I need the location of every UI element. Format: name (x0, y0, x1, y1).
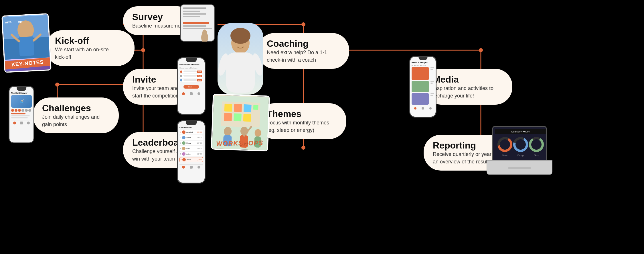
svg-rect-54 (234, 113, 242, 121)
themes-card: Themes Focus with monthly themes (eg. sl… (258, 103, 346, 139)
svg-text:Quarterly Report: Quarterly Report (511, 130, 530, 133)
challenges-phone-image: The Cold Shower 🚿 (9, 86, 34, 143)
invite-phone-title: Invite team members (179, 63, 203, 65)
coaching-title: Coaching (267, 38, 340, 49)
coaching-card: Coaching Need extra help? Do a 1-1 check… (258, 33, 349, 69)
svg-point-44 (230, 28, 250, 44)
kickoff-card: Kick-off We start with an on-site kick-o… (46, 30, 135, 66)
challenges-subtitle: Join daily challenges and gain points (42, 114, 105, 128)
media-title: Media (433, 74, 503, 85)
speaker-illustration: asht. rge. (3, 14, 50, 61)
reporting-subtitle: Receive quartlerly or yearly an overview… (433, 151, 496, 165)
media-subtitle: Inspiration and activities to recharge y… (433, 85, 496, 99)
svg-rect-49 (224, 103, 232, 112)
themes-title: Themes (267, 108, 337, 119)
challenges-card: Challenges Join daily challenges and gai… (33, 97, 119, 133)
coaching-photo (218, 23, 263, 95)
leaderboard-phone-image: Leaderboard 1 Annabell 2,3400 2 Stella 1… (177, 120, 206, 183)
svg-text:Energy: Energy (517, 154, 524, 157)
keynotes-image: asht. rge. KEY-NOTES (1, 13, 52, 73)
svg-rect-55 (243, 114, 251, 122)
svg-text:asht.: asht. (5, 20, 12, 24)
svg-point-24 (301, 22, 305, 26)
svg-rect-43 (226, 52, 255, 93)
workshops-label: WORKSHOPS (216, 139, 263, 148)
survey-tablet-image (180, 4, 215, 42)
coaching-person (218, 27, 263, 95)
kickoff-title: Kick-off (55, 35, 125, 46)
survey-title: Survey (132, 11, 186, 22)
svg-rect-34 (19, 36, 34, 56)
svg-rect-50 (234, 104, 242, 112)
media-card: Media Inspiration and activities to rech… (424, 69, 512, 105)
svg-text:rge.: rge. (18, 20, 23, 23)
challenges-phone-title: The Cold Shower (11, 92, 32, 94)
finger-icon (199, 29, 210, 42)
kickoff-subtitle: We start with an on-site kick-off (55, 46, 118, 60)
reporting-dashboard: Score Energy Sleep Quarterly Report (495, 129, 546, 159)
challenges-title: Challenges (42, 103, 110, 114)
workshops-image: WORKSHOPS (211, 94, 270, 152)
svg-text:Sleep: Sleep (534, 154, 539, 157)
svg-rect-53 (224, 113, 232, 121)
reporting-laptop-image: Score Energy Sleep Quarterly Report (487, 126, 552, 175)
svg-rect-52 (253, 105, 258, 110)
main-canvas: asht. rge. KEY-NOTES Kick-off We start w… (0, 0, 644, 254)
svg-rect-51 (244, 104, 252, 112)
survey-subtitle: Baseline measurement (132, 22, 186, 30)
invite-phone-subtitle: Search and add a team (179, 67, 203, 69)
invite-start-button[interactable]: Start → (183, 85, 199, 89)
svg-text:Score: Score (502, 154, 507, 156)
svg-point-23 (55, 83, 59, 87)
invite-subtitle: Invite your team and start the competiti… (132, 85, 183, 99)
svg-point-28 (479, 48, 483, 52)
svg-point-19 (141, 48, 145, 52)
media-phone-image: Media & Recipes AllRecipesRecharge (409, 56, 436, 118)
coaching-subtitle: Need extra help? Do a 1-1 check-in with … (267, 49, 330, 63)
invite-title: Invite (132, 74, 183, 85)
svg-point-27 (301, 146, 305, 150)
leaderboard-phone-title: Leaderboard (179, 126, 203, 128)
themes-subtitle: Focus with monthly themes (eg. sleep or … (267, 119, 330, 134)
invite-phone-image: Invite team members Search and add a tea… (177, 57, 206, 115)
